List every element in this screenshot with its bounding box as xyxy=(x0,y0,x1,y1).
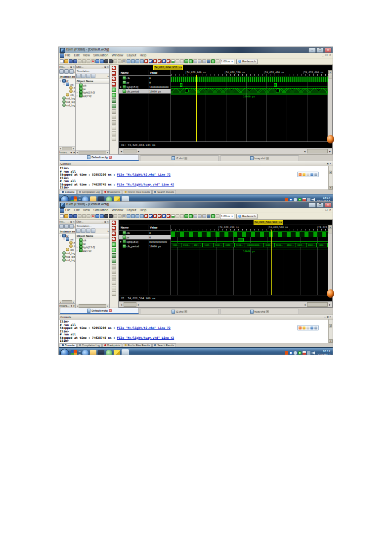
instance-tree-item[interactable]: :huay xyxy=(59,244,75,248)
go-start-icon[interactable] xyxy=(112,242,116,247)
time-icon[interactable] xyxy=(216,59,219,63)
titlebar[interactable]: ISim (P.68d) - [Default.wcfg] – ❐ ✕ xyxy=(59,47,333,53)
object-item[interactable]: ▷q1[7:0] xyxy=(76,249,109,252)
gear-icon[interactable] xyxy=(122,214,126,218)
marker-next-icon[interactable] xyxy=(180,214,184,218)
restart-icon[interactable] xyxy=(184,59,188,63)
play-icon[interactable] xyxy=(211,214,215,218)
instance-tree-item[interactable]: std_logic_ar xyxy=(59,100,75,103)
cursor-time-label[interactable]: 74,628,084.933 ns xyxy=(153,65,183,70)
signal-value-cell[interactable]: 0 xyxy=(148,80,171,85)
snipping-tool-icon[interactable] xyxy=(122,196,129,202)
run-time-icon[interactable] xyxy=(193,214,197,218)
signal-value-cell[interactable]: 0 xyxy=(148,231,171,235)
run-time-icon[interactable] xyxy=(193,59,197,63)
divider-grip[interactable] xyxy=(79,350,81,355)
cut-icon[interactable] xyxy=(78,214,82,218)
panel-dock-controls[interactable]: ↔ ▣ ✕ xyxy=(101,221,109,223)
object-item[interactable]: ▷light[15:0] xyxy=(76,245,109,249)
probe-help-icon[interactable] xyxy=(149,59,153,63)
swap-icon[interactable] xyxy=(112,253,116,258)
ie-icon[interactable] xyxy=(82,350,88,355)
signal-value-cell[interactable]: 0 xyxy=(148,235,171,239)
expand-all-icon[interactable] xyxy=(64,69,69,74)
panel-dock-controls[interactable]: ↔ ▣ ✕ xyxy=(324,162,331,165)
time-icon[interactable] xyxy=(216,214,219,218)
signal-value-cell[interactable]: 1000000000000 xyxy=(148,85,171,89)
show-inouts-icon[interactable] xyxy=(86,229,90,233)
tray-volume-icon[interactable] xyxy=(311,198,315,201)
arrow-up-icon[interactable] xyxy=(118,59,122,63)
objects-scope-label[interactable]: Simulation... xyxy=(76,69,109,74)
tray-usb-icon[interactable] xyxy=(307,351,310,355)
marker-up-icon[interactable] xyxy=(112,264,116,269)
zoom-full-icon[interactable] xyxy=(112,231,116,236)
signal-value-cell[interactable]: 000000000000 xyxy=(148,239,171,244)
signal-name-row[interactable]: clk_period xyxy=(119,244,148,248)
object-item[interactable]: ▷light[15:0] xyxy=(76,91,109,94)
tray-green-icon[interactable] xyxy=(298,198,302,201)
object-item[interactable]: clk xyxy=(76,84,109,87)
objects-column-header[interactable]: Object Name xyxy=(76,233,109,238)
marker-down-icon[interactable] xyxy=(112,115,116,119)
tray-ime-icon[interactable] xyxy=(285,351,288,355)
zoom-area-icon[interactable] xyxy=(112,82,116,87)
console-tab[interactable]: Compilation Log xyxy=(77,190,102,194)
name-column-header[interactable]: Name xyxy=(119,70,148,76)
cursor-time-label[interactable]: 74,628,504.900 ns xyxy=(254,220,283,225)
copy-icon[interactable] xyxy=(82,214,86,218)
instance-tree-item[interactable]: :huay xyxy=(59,241,75,244)
console-tab[interactable]: Search Results xyxy=(152,343,176,347)
show-inputs-icon[interactable] xyxy=(76,229,81,233)
probe-red-icon[interactable] xyxy=(153,214,157,218)
object-item[interactable]: jw xyxy=(76,242,109,245)
signal-name-row[interactable]: ▶light[15:0] xyxy=(119,85,148,89)
probe-red2-icon[interactable] xyxy=(158,214,162,218)
tile-h-icon[interactable] xyxy=(131,214,135,218)
ime-logo-icon[interactable] xyxy=(299,326,302,329)
signal-value-cell[interactable]: 10000 ps xyxy=(148,244,171,248)
copy-icon[interactable] xyxy=(82,59,86,63)
close-tab-icon[interactable]: ✕ xyxy=(109,156,112,159)
document-tab[interactable]: Default.wcfg✕ xyxy=(60,154,139,161)
probe-red2-icon[interactable] xyxy=(158,59,162,63)
instances-column-header[interactable]: Instance and P xyxy=(59,74,75,79)
step-icon[interactable] xyxy=(198,214,202,218)
console-tab[interactable]: Breakpoints xyxy=(102,343,122,347)
value-column-header[interactable]: Value xyxy=(148,225,171,231)
waveform-area[interactable]: |74,628,000 ns|74,628,200 ns|74,628,400 … xyxy=(171,70,328,141)
grid-icon[interactable] xyxy=(112,131,116,136)
close-button[interactable]: ✕ xyxy=(324,47,332,53)
close-tab-icon[interactable]: ✕ xyxy=(266,157,269,160)
show-inputs-icon[interactable] xyxy=(76,74,81,78)
grid-icon[interactable] xyxy=(112,286,116,290)
panel-icon[interactable] xyxy=(127,59,131,63)
panel-dock-controls[interactable]: ↔ ▣ ✕ xyxy=(67,66,75,68)
ime-board-icon[interactable] xyxy=(310,173,313,176)
paste-icon[interactable] xyxy=(87,214,90,218)
redo-icon[interactable] xyxy=(100,59,104,63)
float-icon[interactable] xyxy=(112,280,116,285)
wave-cursor-line[interactable] xyxy=(271,230,272,295)
probe-blue-icon[interactable] xyxy=(162,59,166,63)
instance-tree-item[interactable]: ▽t2 xyxy=(59,79,75,83)
maxthon-icon[interactable] xyxy=(106,350,112,355)
tray-green-icon[interactable] xyxy=(298,351,302,355)
close-tab-icon[interactable]: ✕ xyxy=(184,157,187,160)
probe-help-icon[interactable] xyxy=(149,214,153,218)
open-icon[interactable] xyxy=(64,214,68,218)
probe-red3-icon[interactable] xyxy=(167,214,171,218)
run-icon[interactable] xyxy=(189,214,193,218)
play-icon[interactable] xyxy=(211,59,215,63)
zoom-full-icon[interactable] xyxy=(112,77,116,81)
sort-icon[interactable] xyxy=(112,104,116,108)
object-item[interactable]: jw xyxy=(76,87,109,91)
instance-tree-item[interactable]: ▽uut xyxy=(59,83,75,86)
ime-board-icon[interactable] xyxy=(310,326,313,329)
objects-hscrollbar[interactable]: ◄► xyxy=(76,304,109,308)
menu-item[interactable]: Window xyxy=(112,53,123,58)
ime-mode-icon[interactable] xyxy=(303,173,305,176)
snap-icon[interactable] xyxy=(112,120,116,125)
minimize-button[interactable]: – xyxy=(308,202,316,208)
console-tab[interactable]: Breakpoints xyxy=(102,190,122,194)
